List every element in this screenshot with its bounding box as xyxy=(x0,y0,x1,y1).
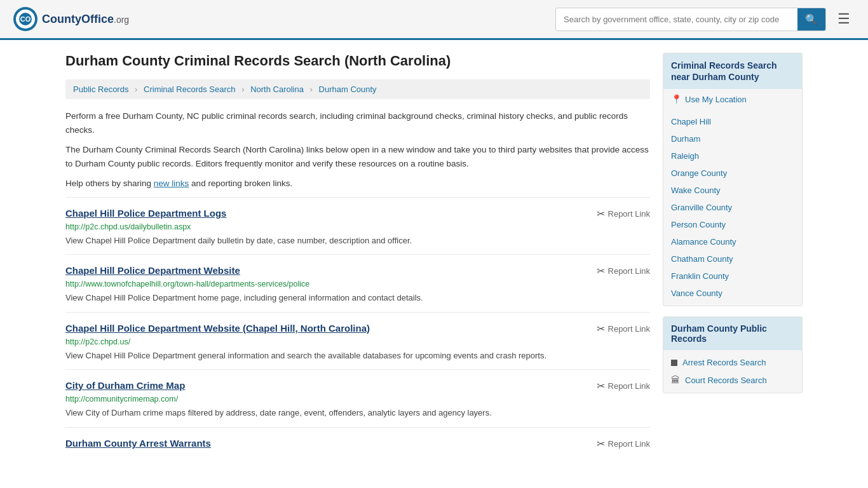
list-item: Raleigh xyxy=(663,147,802,165)
sidebar: Criminal Records Search near Durham Coun… xyxy=(663,53,803,460)
list-item: Vance County xyxy=(663,285,802,302)
list-item: Person County xyxy=(663,216,802,233)
sidebar-link[interactable]: Orange County xyxy=(671,168,727,178)
header: CO CountyOffice.org 🔍 ☰ xyxy=(0,0,868,40)
pin-icon: 📍 xyxy=(671,94,682,104)
sidebar-link[interactable]: Wake County xyxy=(671,186,721,195)
description-3: Help others by sharing new links and rep… xyxy=(65,177,650,191)
sidebar-nearby-title: Criminal Records Search near Durham Coun… xyxy=(663,53,802,89)
svg-text:CO: CO xyxy=(20,15,31,23)
sidebar-nearby-section: Criminal Records Search near Durham Coun… xyxy=(663,53,803,306)
report-link-button[interactable]: ✂ Report Link xyxy=(597,438,650,450)
breadcrumb-durham[interactable]: Durham County xyxy=(319,85,377,94)
list-item: Chapel Hill xyxy=(663,113,802,130)
scissors-icon: ✂ xyxy=(597,265,605,277)
main-container: Durham County Criminal Records Search (N… xyxy=(53,40,815,473)
sidebar-link-person-county[interactable]: Person County xyxy=(671,220,726,229)
sidebar-link[interactable]: Granville County xyxy=(671,203,732,212)
square-icon xyxy=(671,360,677,366)
sidebar-link[interactable]: Franklin County xyxy=(671,271,729,281)
result-title[interactable]: Durham County Arrest Warrants xyxy=(65,438,211,449)
sidebar-link[interactable]: Chapel Hill xyxy=(671,117,711,126)
result-title[interactable]: Chapel Hill Police Department Logs xyxy=(65,208,226,219)
report-link-button[interactable]: ✂ Report Link xyxy=(597,265,650,277)
result-header: Chapel Hill Police Department Logs ✂ Rep… xyxy=(65,208,650,220)
scissors-icon: ✂ xyxy=(597,323,605,335)
result-header: Durham County Arrest Warrants ✂ Report L… xyxy=(65,438,650,450)
result-header: City of Durham Crime Map ✂ Report Link xyxy=(65,380,650,392)
breadcrumb: Public Records › Criminal Records Search… xyxy=(65,79,650,99)
page-title: Durham County Criminal Records Search (N… xyxy=(65,53,650,69)
result-title[interactable]: City of Durham Crime Map xyxy=(65,380,185,391)
header-right: 🔍 ☰ xyxy=(555,8,855,31)
search-button[interactable]: 🔍 xyxy=(797,8,825,30)
result-item: Chapel Hill Police Department Website ✂ … xyxy=(65,254,650,312)
list-item: Orange County xyxy=(663,165,802,182)
result-url[interactable]: http://communitycrimemap.com/ xyxy=(65,395,650,403)
logo-area: CO CountyOffice.org xyxy=(13,6,129,32)
use-location-link[interactable]: Use My Location xyxy=(685,95,747,104)
result-item: Chapel Hill Police Department Logs ✂ Rep… xyxy=(65,197,650,255)
list-item: Arrest Records Search xyxy=(663,354,802,371)
content-area: Durham County Criminal Records Search (N… xyxy=(65,53,650,460)
sidebar-court-records[interactable]: Court Records Search xyxy=(685,376,767,385)
list-item: Durham xyxy=(663,130,802,147)
search-input[interactable] xyxy=(556,10,797,29)
sidebar-public-records-section: Durham County Public Records Arrest Reco… xyxy=(663,316,803,393)
result-title[interactable]: Chapel Hill Police Department Website (C… xyxy=(65,323,370,334)
use-location[interactable]: 📍 Use My Location xyxy=(663,89,802,109)
breadcrumb-nc[interactable]: North Carolina xyxy=(250,85,304,94)
menu-button[interactable]: ☰ xyxy=(832,8,855,30)
logo-text: CountyOffice.org xyxy=(42,13,129,26)
report-link-button[interactable]: ✂ Report Link xyxy=(597,380,650,392)
result-desc: View Chapel Hill Police Department gener… xyxy=(65,349,650,362)
list-item: Chatham County xyxy=(663,250,802,268)
report-link-button[interactable]: ✂ Report Link xyxy=(597,323,650,335)
scissors-icon: ✂ xyxy=(597,438,605,450)
breadcrumb-public-records[interactable]: Public Records xyxy=(73,85,128,94)
result-url[interactable]: http://p2c.chpd.us/dailybulletin.aspx xyxy=(65,222,650,231)
sidebar-link[interactable]: Raleigh xyxy=(671,151,699,161)
sidebar-public-records-title: Durham County Public Records xyxy=(663,317,802,350)
sidebar-arrest-records[interactable]: Arrest Records Search xyxy=(682,358,766,367)
sidebar-link-vance-county[interactable]: Vance County xyxy=(671,288,722,298)
result-header: Chapel Hill Police Department Website ✂ … xyxy=(65,265,650,277)
result-url[interactable]: http://p2c.chpd.us/ xyxy=(65,337,650,346)
sidebar-link[interactable]: Alamance County xyxy=(671,237,736,247)
result-desc: View Chapel Hill Police Department home … xyxy=(65,292,650,304)
list-item: Franklin County xyxy=(663,268,802,285)
logo-icon: CO xyxy=(13,6,38,32)
scissors-icon: ✂ xyxy=(597,208,605,220)
result-title[interactable]: Chapel Hill Police Department Website xyxy=(65,265,240,276)
description-1: Perform a free Durham County, NC public … xyxy=(65,109,650,137)
sidebar-public-list: Arrest Records Search 🏛 Court Records Se… xyxy=(663,350,802,393)
list-item: 🏛 Court Records Search xyxy=(663,371,802,389)
result-header: Chapel Hill Police Department Website (C… xyxy=(65,323,650,335)
breadcrumb-criminal-records[interactable]: Criminal Records Search xyxy=(144,85,236,94)
sidebar-nearby-list: Chapel Hill Durham Raleigh Orange County… xyxy=(663,109,802,306)
list-item: Alamance County xyxy=(663,233,802,250)
sidebar-link[interactable]: Chatham County xyxy=(671,254,733,264)
report-link-button[interactable]: ✂ Report Link xyxy=(597,208,650,220)
result-item: City of Durham Crime Map ✂ Report Link h… xyxy=(65,369,650,427)
result-desc: View Chapel Hill Police Department daily… xyxy=(65,234,650,247)
search-bar: 🔍 xyxy=(555,8,826,31)
result-item: Chapel Hill Police Department Website (C… xyxy=(65,312,650,370)
result-desc: View City of Durham crime maps filtered … xyxy=(65,407,650,419)
result-url[interactable]: http://www.townofchapelhill.org/town-hal… xyxy=(65,280,650,288)
building-icon: 🏛 xyxy=(671,375,680,385)
list-item: Granville County xyxy=(663,199,802,216)
scissors-icon: ✂ xyxy=(597,380,605,392)
list-item: Wake County xyxy=(663,182,802,199)
new-links[interactable]: new links xyxy=(154,179,189,188)
description-2: The Durham County Criminal Records Searc… xyxy=(65,143,650,170)
result-item: Durham County Arrest Warrants ✂ Report L… xyxy=(65,427,650,460)
sidebar-link[interactable]: Durham xyxy=(671,134,700,144)
